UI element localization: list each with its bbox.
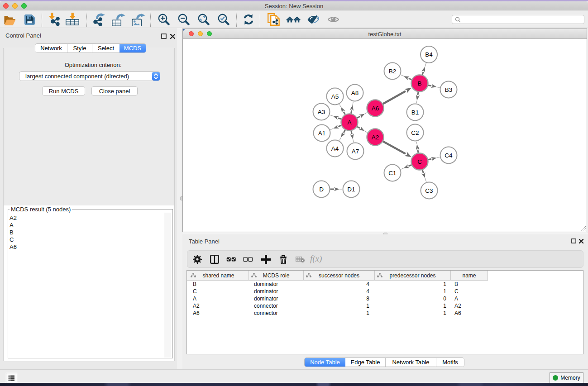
svg-text:D: D xyxy=(319,186,324,193)
svg-text:A4: A4 xyxy=(331,145,339,152)
svg-text:B2: B2 xyxy=(389,68,397,75)
svg-text:f(x): f(x) xyxy=(310,255,322,264)
svg-text:C2: C2 xyxy=(411,129,419,136)
svg-text:A2: A2 xyxy=(372,134,379,141)
svg-text:B1: B1 xyxy=(411,109,419,116)
svg-text:C3: C3 xyxy=(425,187,433,194)
svg-text:A7: A7 xyxy=(352,148,359,155)
svg-text:C1: C1 xyxy=(388,170,396,176)
svg-text:C: C xyxy=(417,158,422,165)
svg-text:C4: C4 xyxy=(445,152,453,159)
svg-text:B: B xyxy=(417,80,421,87)
svg-text:A5: A5 xyxy=(331,93,339,100)
svg-text:A8: A8 xyxy=(351,90,359,96)
svg-text:D1: D1 xyxy=(347,186,355,193)
svg-text:B3: B3 xyxy=(445,86,453,93)
svg-text:B4: B4 xyxy=(425,51,433,58)
svg-text:A: A xyxy=(347,119,351,126)
svg-text:A1: A1 xyxy=(318,130,326,137)
svg-text:A6: A6 xyxy=(372,105,379,112)
svg-text:A3: A3 xyxy=(318,109,325,115)
